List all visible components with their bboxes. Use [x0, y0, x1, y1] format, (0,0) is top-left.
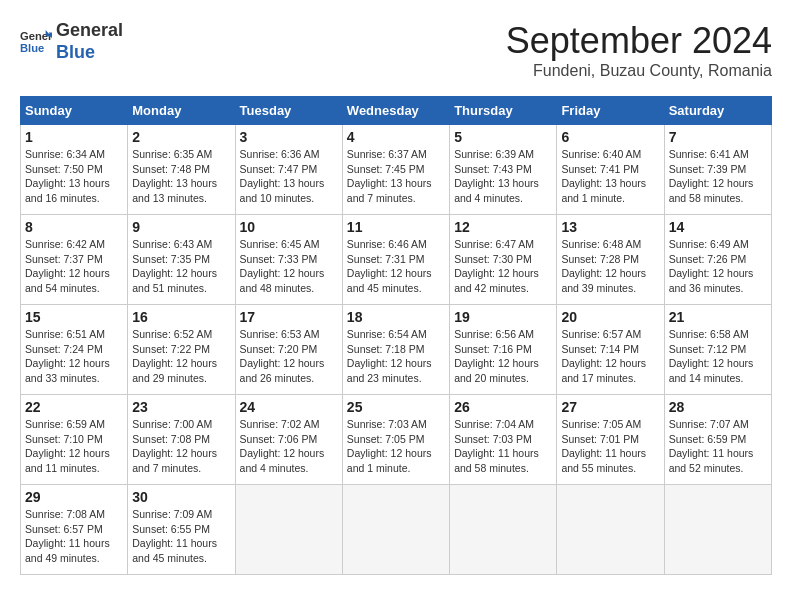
day-number: 8: [25, 219, 123, 235]
day-info: Sunrise: 6:53 AMSunset: 7:20 PMDaylight:…: [240, 327, 338, 386]
day-number: 28: [669, 399, 767, 415]
day-info: Sunrise: 6:35 AMSunset: 7:48 PMDaylight:…: [132, 147, 230, 206]
day-number: 3: [240, 129, 338, 145]
logo-blue: Blue: [56, 42, 123, 64]
calendar-cell: 5Sunrise: 6:39 AMSunset: 7:43 PMDaylight…: [450, 125, 557, 215]
calendar-cell: [664, 485, 771, 575]
title-block: September 2024 Fundeni, Buzau County, Ro…: [506, 20, 772, 80]
calendar-cell: 26Sunrise: 7:04 AMSunset: 7:03 PMDayligh…: [450, 395, 557, 485]
day-number: 19: [454, 309, 552, 325]
month-title: September 2024: [506, 20, 772, 62]
calendar-cell: 19Sunrise: 6:56 AMSunset: 7:16 PMDayligh…: [450, 305, 557, 395]
day-number: 10: [240, 219, 338, 235]
calendar-cell: 7Sunrise: 6:41 AMSunset: 7:39 PMDaylight…: [664, 125, 771, 215]
day-info: Sunrise: 7:00 AMSunset: 7:08 PMDaylight:…: [132, 417, 230, 476]
calendar-cell: 18Sunrise: 6:54 AMSunset: 7:18 PMDayligh…: [342, 305, 449, 395]
week-row-4: 22Sunrise: 6:59 AMSunset: 7:10 PMDayligh…: [21, 395, 772, 485]
logo-general: General: [56, 20, 123, 42]
calendar-cell: 2Sunrise: 6:35 AMSunset: 7:48 PMDaylight…: [128, 125, 235, 215]
calendar-cell: 16Sunrise: 6:52 AMSunset: 7:22 PMDayligh…: [128, 305, 235, 395]
calendar-cell: 1Sunrise: 6:34 AMSunset: 7:50 PMDaylight…: [21, 125, 128, 215]
day-info: Sunrise: 6:40 AMSunset: 7:41 PMDaylight:…: [561, 147, 659, 206]
day-info: Sunrise: 6:39 AMSunset: 7:43 PMDaylight:…: [454, 147, 552, 206]
day-number: 5: [454, 129, 552, 145]
calendar-cell: 8Sunrise: 6:42 AMSunset: 7:37 PMDaylight…: [21, 215, 128, 305]
day-number: 29: [25, 489, 123, 505]
col-header-sunday: Sunday: [21, 97, 128, 125]
day-number: 20: [561, 309, 659, 325]
calendar-cell: [557, 485, 664, 575]
calendar-cell: 11Sunrise: 6:46 AMSunset: 7:31 PMDayligh…: [342, 215, 449, 305]
col-header-saturday: Saturday: [664, 97, 771, 125]
day-info: Sunrise: 6:56 AMSunset: 7:16 PMDaylight:…: [454, 327, 552, 386]
calendar-cell: 30Sunrise: 7:09 AMSunset: 6:55 PMDayligh…: [128, 485, 235, 575]
day-info: Sunrise: 6:48 AMSunset: 7:28 PMDaylight:…: [561, 237, 659, 296]
day-info: Sunrise: 6:45 AMSunset: 7:33 PMDaylight:…: [240, 237, 338, 296]
day-number: 1: [25, 129, 123, 145]
calendar-cell: [342, 485, 449, 575]
day-number: 15: [25, 309, 123, 325]
day-info: Sunrise: 6:41 AMSunset: 7:39 PMDaylight:…: [669, 147, 767, 206]
col-header-monday: Monday: [128, 97, 235, 125]
calendar-cell: 20Sunrise: 6:57 AMSunset: 7:14 PMDayligh…: [557, 305, 664, 395]
calendar-cell: 17Sunrise: 6:53 AMSunset: 7:20 PMDayligh…: [235, 305, 342, 395]
day-info: Sunrise: 6:42 AMSunset: 7:37 PMDaylight:…: [25, 237, 123, 296]
day-number: 9: [132, 219, 230, 235]
calendar-cell: 24Sunrise: 7:02 AMSunset: 7:06 PMDayligh…: [235, 395, 342, 485]
day-info: Sunrise: 6:58 AMSunset: 7:12 PMDaylight:…: [669, 327, 767, 386]
calendar-cell: 25Sunrise: 7:03 AMSunset: 7:05 PMDayligh…: [342, 395, 449, 485]
day-number: 2: [132, 129, 230, 145]
day-info: Sunrise: 7:02 AMSunset: 7:06 PMDaylight:…: [240, 417, 338, 476]
calendar-cell: 29Sunrise: 7:08 AMSunset: 6:57 PMDayligh…: [21, 485, 128, 575]
svg-text:Blue: Blue: [20, 41, 44, 53]
day-info: Sunrise: 7:04 AMSunset: 7:03 PMDaylight:…: [454, 417, 552, 476]
day-number: 23: [132, 399, 230, 415]
day-info: Sunrise: 6:49 AMSunset: 7:26 PMDaylight:…: [669, 237, 767, 296]
day-number: 13: [561, 219, 659, 235]
day-info: Sunrise: 6:51 AMSunset: 7:24 PMDaylight:…: [25, 327, 123, 386]
calendar-cell: 28Sunrise: 7:07 AMSunset: 6:59 PMDayligh…: [664, 395, 771, 485]
calendar-cell: [235, 485, 342, 575]
day-info: Sunrise: 7:09 AMSunset: 6:55 PMDaylight:…: [132, 507, 230, 566]
week-row-1: 1Sunrise: 6:34 AMSunset: 7:50 PMDaylight…: [21, 125, 772, 215]
day-number: 21: [669, 309, 767, 325]
calendar-cell: 22Sunrise: 6:59 AMSunset: 7:10 PMDayligh…: [21, 395, 128, 485]
day-number: 4: [347, 129, 445, 145]
week-row-3: 15Sunrise: 6:51 AMSunset: 7:24 PMDayligh…: [21, 305, 772, 395]
day-number: 6: [561, 129, 659, 145]
day-number: 17: [240, 309, 338, 325]
day-info: Sunrise: 6:36 AMSunset: 7:47 PMDaylight:…: [240, 147, 338, 206]
day-info: Sunrise: 6:43 AMSunset: 7:35 PMDaylight:…: [132, 237, 230, 296]
logo-icon: General Blue: [20, 26, 52, 58]
day-number: 27: [561, 399, 659, 415]
calendar-cell: 12Sunrise: 6:47 AMSunset: 7:30 PMDayligh…: [450, 215, 557, 305]
day-number: 16: [132, 309, 230, 325]
day-info: Sunrise: 6:57 AMSunset: 7:14 PMDaylight:…: [561, 327, 659, 386]
day-number: 30: [132, 489, 230, 505]
day-number: 18: [347, 309, 445, 325]
day-info: Sunrise: 7:03 AMSunset: 7:05 PMDaylight:…: [347, 417, 445, 476]
calendar-cell: 23Sunrise: 7:00 AMSunset: 7:08 PMDayligh…: [128, 395, 235, 485]
calendar-header-row: SundayMondayTuesdayWednesdayThursdayFrid…: [21, 97, 772, 125]
day-info: Sunrise: 6:47 AMSunset: 7:30 PMDaylight:…: [454, 237, 552, 296]
calendar-cell: 14Sunrise: 6:49 AMSunset: 7:26 PMDayligh…: [664, 215, 771, 305]
day-number: 12: [454, 219, 552, 235]
day-info: Sunrise: 7:05 AMSunset: 7:01 PMDaylight:…: [561, 417, 659, 476]
col-header-thursday: Thursday: [450, 97, 557, 125]
day-number: 26: [454, 399, 552, 415]
calendar-cell: 3Sunrise: 6:36 AMSunset: 7:47 PMDaylight…: [235, 125, 342, 215]
calendar-cell: 15Sunrise: 6:51 AMSunset: 7:24 PMDayligh…: [21, 305, 128, 395]
day-info: Sunrise: 7:08 AMSunset: 6:57 PMDaylight:…: [25, 507, 123, 566]
location: Fundeni, Buzau County, Romania: [506, 62, 772, 80]
col-header-friday: Friday: [557, 97, 664, 125]
day-info: Sunrise: 7:07 AMSunset: 6:59 PMDaylight:…: [669, 417, 767, 476]
calendar-cell: [450, 485, 557, 575]
calendar-table: SundayMondayTuesdayWednesdayThursdayFrid…: [20, 96, 772, 575]
calendar-cell: 10Sunrise: 6:45 AMSunset: 7:33 PMDayligh…: [235, 215, 342, 305]
day-info: Sunrise: 6:37 AMSunset: 7:45 PMDaylight:…: [347, 147, 445, 206]
day-number: 22: [25, 399, 123, 415]
day-info: Sunrise: 6:34 AMSunset: 7:50 PMDaylight:…: [25, 147, 123, 206]
calendar-cell: 4Sunrise: 6:37 AMSunset: 7:45 PMDaylight…: [342, 125, 449, 215]
week-row-5: 29Sunrise: 7:08 AMSunset: 6:57 PMDayligh…: [21, 485, 772, 575]
calendar-cell: 13Sunrise: 6:48 AMSunset: 7:28 PMDayligh…: [557, 215, 664, 305]
